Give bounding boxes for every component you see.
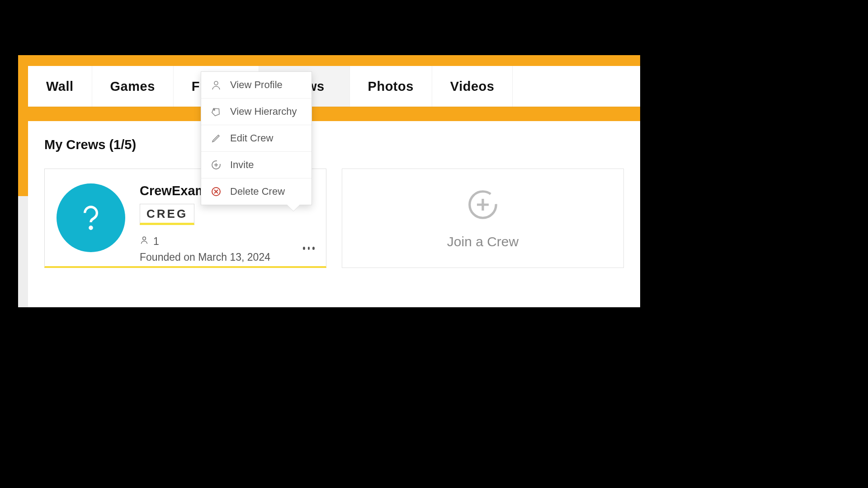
plus-circle-icon [210, 159, 222, 171]
menu-item-label: Edit Crew [230, 132, 273, 144]
crew-tag-badge: CREG [140, 204, 194, 225]
menu-item-label: Delete Crew [230, 186, 285, 197]
svg-point-4 [143, 237, 146, 240]
tab-bar: Wall Games Friends Crews Photos Videos [28, 66, 640, 107]
menu-view-profile[interactable]: View Profile [201, 72, 311, 99]
tab-games[interactable]: Games [92, 66, 174, 107]
tab-wall[interactable]: Wall [28, 66, 92, 107]
menu-item-label: View Hierarchy [230, 106, 297, 117]
pencil-icon [210, 132, 222, 144]
menu-view-hierarchy[interactable]: View Hierarchy [201, 99, 311, 125]
person-icon [140, 235, 149, 248]
menu-item-label: View Profile [230, 79, 283, 91]
crew-founded-date: Founded on March 13, 2024 [140, 251, 270, 263]
user-icon [210, 79, 222, 91]
delete-x-icon [210, 186, 222, 197]
tab-photos[interactable]: Photos [350, 66, 432, 107]
section-title: My Crews (1/5) [44, 137, 624, 152]
app-viewport: Wall Games Friends Crews Photos Videos V… [18, 55, 640, 307]
svg-point-1 [214, 109, 215, 111]
menu-delete-crew[interactable]: Delete Crew [201, 178, 311, 205]
tab-videos[interactable]: Videos [432, 66, 513, 107]
crew-cards-row: CrewExamp CREG 1 Founded on March 13, 20… [44, 169, 624, 268]
crew-avatar [57, 183, 125, 252]
join-crew-card[interactable]: Join a Crew [342, 169, 624, 268]
menu-edit-crew[interactable]: Edit Crew [201, 125, 311, 152]
crew-actions-menu: View Profile View Hierarchy Edit Crew [201, 71, 312, 205]
menu-item-label: Invite [230, 159, 254, 171]
join-crew-label: Join a Crew [447, 234, 519, 249]
member-count-value: 1 [153, 235, 159, 248]
menu-invite[interactable]: Invite [201, 152, 311, 178]
svg-point-0 [214, 81, 218, 85]
content-panel: My Crews (1/5) CrewExamp CREG [28, 121, 640, 307]
tag-icon [210, 106, 222, 117]
crew-more-button[interactable] [302, 241, 316, 255]
crew-member-count: 1 [140, 235, 270, 248]
plus-circle-icon [465, 187, 500, 224]
